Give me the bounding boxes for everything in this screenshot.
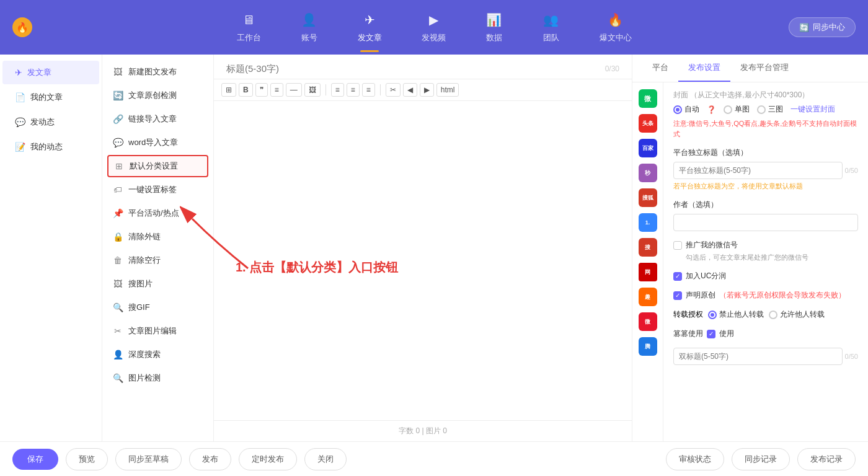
radio-allow-transfer[interactable]: 允许他人转载 xyxy=(769,309,825,320)
tool-import-word[interactable]: 💬 word导入文章 xyxy=(102,131,213,154)
dynamics-icon: 💬 xyxy=(15,117,25,127)
tb-scissors-btn[interactable]: ✂ xyxy=(386,83,401,97)
cover-options: 自动 ❓ 单图 三图 一键设置封面 xyxy=(673,104,858,115)
platform-sohu2[interactable]: 搜 xyxy=(637,236,659,258)
schedule-button[interactable]: 定时发布 xyxy=(239,448,297,470)
tb-undo-btn[interactable]: ▶ xyxy=(420,83,434,97)
tb-image-btn[interactable]: 🖼 xyxy=(304,83,321,97)
sync-center-button[interactable]: 🔄 同步中心 xyxy=(789,17,856,37)
tool-image-detect[interactable]: 🔍 图片检测 xyxy=(102,367,213,389)
nav-item-publish[interactable]: ✈ 发文章 xyxy=(338,5,402,50)
sidebar-item-dynamics[interactable]: 💬 发动态 xyxy=(2,110,99,134)
tool-image-edit[interactable]: ✂ 文章图片编辑 xyxy=(102,320,213,342)
tb-list-btn[interactable]: ≡ xyxy=(270,83,283,97)
platform-yidian[interactable]: 1. xyxy=(637,211,659,234)
publish-log-button[interactable]: 发布记录 xyxy=(797,448,856,470)
platform-title-count: 0/50 xyxy=(845,167,858,174)
platform-title-hint: 若平台独立标题为空，将使用文章默认标题 xyxy=(673,182,858,191)
tool-find-gif[interactable]: 🔍 搜GIF xyxy=(102,296,213,319)
radio-single[interactable]: 单图 xyxy=(724,104,750,115)
tb-pencil-btn[interactable]: ◀ xyxy=(403,83,417,97)
radio-triple[interactable]: 三图 xyxy=(757,104,783,115)
editor-content[interactable] xyxy=(214,101,632,420)
toolbar-panel: 🖼 新建图文发布 🔄 文章原创检测 🔗 链接导入文章 💬 word导入文章 ⊞ … xyxy=(102,55,214,441)
radio-auto[interactable]: 自动 xyxy=(673,104,699,115)
nav-item-account[interactable]: 👤 账号 xyxy=(281,5,338,50)
platform-wangyi[interactable]: 网 xyxy=(637,261,659,283)
settings-panel: 封面 （从正文中选择,最小尺寸400*300） 自动 ❓ 单图 xyxy=(663,82,868,441)
join-uc-checkbox[interactable]: ✓ xyxy=(673,272,682,281)
editor-footer: 字数 0 | 图片 0 xyxy=(214,420,632,441)
radio-single-dot xyxy=(724,105,732,114)
radio-triple-dot xyxy=(757,105,766,114)
promote-wechat-checkbox[interactable] xyxy=(673,241,682,250)
tab-platform-manage[interactable]: 发布平台管理 xyxy=(730,55,799,82)
image-detect-icon: 🔍 xyxy=(112,373,123,383)
tool-deep-search[interactable]: 👤 深度搜索 xyxy=(102,343,213,366)
tool-new-image-post[interactable]: 🖼 新建图文发布 xyxy=(102,61,213,83)
editor-toolbar: ⊞ B ❞ ≡ — 🖼 ≡ ≡ ≡ ✂ ◀ ▶ html xyxy=(214,79,632,101)
sidebar: ✈ 发文章 📄 我的文章 💬 发动态 📝 我的动态 xyxy=(0,55,102,441)
title-input[interactable] xyxy=(226,63,605,74)
comment-checkbox[interactable]: ✓ xyxy=(707,330,715,338)
audit-button[interactable]: 审核状态 xyxy=(666,448,724,470)
nav-item-trending[interactable]: 🔥 爆文中心 xyxy=(580,5,652,50)
platform-toutiao[interactable]: 头条 xyxy=(637,112,659,134)
clear-blank-icon: 🗑 xyxy=(112,255,123,265)
publish-button[interactable]: 发布 xyxy=(189,448,231,470)
comment-use-label: 使用 xyxy=(719,328,734,339)
one-click-cover-btn[interactable]: 一键设置封面 xyxy=(790,104,835,115)
author-section: 作者（选填） xyxy=(673,200,858,231)
one-click-tag-icon: 🏷 xyxy=(112,185,123,195)
nav-items: 🖥 工作台 👤 账号 ✈ 发文章 ▶ 发视频 📊 数据 👥 团队 🔥 爆文中心 xyxy=(12,5,856,50)
tool-platform-activity[interactable]: 📌 平台活动/热点 xyxy=(102,202,213,224)
tool-default-category[interactable]: ⊞ 默认分类设置 xyxy=(107,155,208,177)
nav-item-workbench[interactable]: 🖥 工作台 xyxy=(217,5,281,50)
platform-title-input[interactable] xyxy=(673,162,843,179)
publish-article-icon: ✈ xyxy=(15,68,22,77)
platform-baijiahao[interactable]: 百家 xyxy=(637,137,659,159)
tb-bold-btn[interactable]: B xyxy=(239,83,253,97)
platform-tencent[interactable]: 腾 xyxy=(637,335,659,358)
original-check-icon: 🔄 xyxy=(112,90,123,100)
tb-hr-btn[interactable]: — xyxy=(286,83,302,97)
tb-align-center-btn[interactable]: ≡ xyxy=(347,83,360,97)
platform-weibo[interactable]: 微 xyxy=(637,311,659,333)
platform-sohu[interactable]: 搜狐 xyxy=(637,187,659,209)
close-button[interactable]: 关闭 xyxy=(304,448,347,470)
radio-forbid-transfer[interactable]: 禁止他人转载 xyxy=(708,309,764,320)
tb-html-btn[interactable]: html xyxy=(436,83,459,97)
tool-clear-links[interactable]: 🔒 清除外链 xyxy=(102,226,213,248)
original-checkbox[interactable]: ✓ xyxy=(673,291,682,300)
cover-section: 封面 （从正文中选择,最小尺寸400*300） 自动 ❓ 单图 xyxy=(673,90,858,139)
sync-log-button[interactable]: 同步记录 xyxy=(732,448,790,470)
tb-grid-btn[interactable]: ⊞ xyxy=(221,83,236,97)
nav-item-video[interactable]: ▶ 发视频 xyxy=(402,5,466,50)
tab-platform[interactable]: 平台 xyxy=(642,55,678,82)
save-button[interactable]: 保存 xyxy=(12,449,58,470)
platform-miaopai[interactable]: 秒 xyxy=(637,162,659,184)
tool-original-check[interactable]: 🔄 文章原创检测 xyxy=(102,84,213,107)
sidebar-item-my-dynamics[interactable]: 📝 我的动态 xyxy=(2,135,99,159)
sync-draft-button[interactable]: 同步至草稿 xyxy=(115,448,182,470)
author-input[interactable] xyxy=(673,214,858,231)
platform-qutoutiao[interactable]: 趣 xyxy=(637,286,659,308)
tool-find-image[interactable]: 🖼 搜图片 xyxy=(102,273,213,295)
tool-import-link[interactable]: 🔗 链接导入文章 xyxy=(102,108,213,130)
nav-item-data[interactable]: 📊 数据 xyxy=(466,5,523,50)
tb-align-left-btn[interactable]: ≡ xyxy=(331,83,344,97)
tab-publish-settings[interactable]: 发布设置 xyxy=(678,55,730,82)
preview-button[interactable]: 预览 xyxy=(66,448,108,470)
tool-clear-blank[interactable]: 🗑 清除空行 xyxy=(102,249,213,271)
platform-wechat[interactable]: 微 xyxy=(637,87,659,110)
sidebar-item-publish-article[interactable]: ✈ 发文章 xyxy=(2,61,99,84)
image-edit-icon: ✂ xyxy=(112,326,123,336)
sidebar-item-my-articles[interactable]: 📄 我的文章 xyxy=(2,86,99,109)
nav-item-team[interactable]: 👥 团队 xyxy=(523,5,580,50)
promote-wechat-row: 推广我的微信号 xyxy=(673,240,858,250)
tool-one-click-tag[interactable]: 🏷 一键设置标签 xyxy=(102,178,213,201)
double-title-input[interactable] xyxy=(673,348,843,365)
cover-label: 封面 （从正文中选择,最小尺寸400*300） xyxy=(673,90,858,100)
tb-quote-btn[interactable]: ❞ xyxy=(255,83,268,97)
tb-align-right-btn[interactable]: ≡ xyxy=(362,83,375,97)
